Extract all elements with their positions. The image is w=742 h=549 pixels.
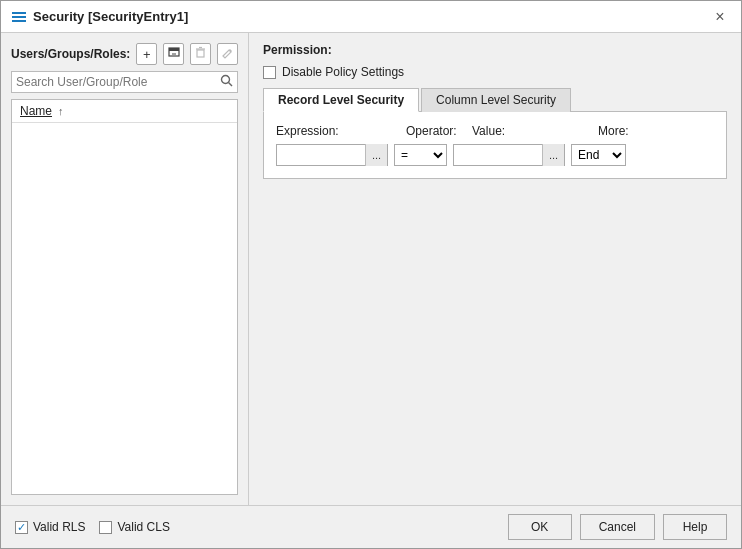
disable-policy-row: Disable Policy Settings [263,65,727,79]
window-icon [11,9,27,25]
users-groups-roles-label: Users/Groups/Roles: [11,47,130,61]
toolbar-row: Users/Groups/Roles: + [11,43,238,65]
svg-rect-6 [197,50,204,57]
svg-line-10 [229,83,233,87]
check-icon: ✓ [17,521,26,534]
more-container: End AND OR [571,144,626,166]
expression-field: ... [276,144,388,166]
svg-point-9 [222,76,230,84]
window-title: Security [SecurityEntry1] [33,9,188,24]
add-button[interactable]: + [136,43,157,65]
svg-rect-2 [12,20,26,22]
delete-icon [194,46,207,62]
bottom-bar: ✓ Valid RLS Valid CLS OK Cancel Help [1,505,741,548]
action-buttons: OK Cancel Help [508,514,727,540]
help-button[interactable]: Help [663,514,727,540]
right-panel: Permission: Disable Policy Settings Reco… [249,33,741,505]
value-field: ... [453,144,565,166]
export-button[interactable] [163,43,184,65]
tabs-container: Record Level Security Column Level Secur… [263,87,727,179]
disable-policy-label: Disable Policy Settings [282,65,404,79]
close-button[interactable]: × [709,6,731,28]
left-panel: Users/Groups/Roles: + [1,33,249,505]
valid-rls-label: Valid RLS [33,520,85,534]
permission-row: Permission: [263,43,727,57]
svg-rect-0 [12,12,26,14]
value-input[interactable] [454,148,542,162]
content-area: Users/Groups/Roles: + [1,33,741,505]
operator-container: = <> < > <= >= LIKE [394,144,447,166]
edit-icon [221,46,234,62]
tabs-row: Record Level Security Column Level Secur… [263,87,727,112]
expression-ellipsis-button[interactable]: ... [365,144,387,166]
list-header: Name ↑ [12,100,237,123]
search-icon [220,74,233,90]
edit-button[interactable] [217,43,238,65]
valid-rls-group: ✓ Valid RLS [15,520,85,534]
cancel-button[interactable]: Cancel [580,514,655,540]
export-icon [167,46,181,63]
tab-content-rls: Expression: Operator: Value: More: [263,112,727,179]
more-select[interactable]: End AND OR [571,144,626,166]
operator-select[interactable]: = <> < > <= >= LIKE [394,144,447,166]
delete-button[interactable] [190,43,211,65]
title-bar-left: Security [SecurityEntry1] [11,9,188,25]
expression-input[interactable] [277,148,365,162]
security-window: Security [SecurityEntry1] × Users/Groups… [0,0,742,549]
svg-rect-4 [169,48,179,51]
permission-label: Permission: [263,43,332,57]
value-header: Value: [472,124,592,138]
user-list: Name ↑ [11,99,238,495]
valid-cls-group: Valid CLS [99,520,169,534]
valid-cls-label: Valid CLS [117,520,169,534]
name-column-header: Name [20,104,52,118]
title-bar: Security [SecurityEntry1] × [1,1,741,33]
more-header: More: [598,124,678,138]
expression-header: Expression: [276,124,396,138]
disable-policy-checkbox[interactable] [263,66,276,79]
tab-column-level-security[interactable]: Column Level Security [421,88,571,112]
search-input[interactable] [16,75,218,89]
svg-rect-1 [12,16,26,18]
operator-header: Operator: [406,124,466,138]
value-ellipsis-button[interactable]: ... [542,144,564,166]
tab-record-level-security[interactable]: Record Level Security [263,88,419,112]
sort-icon[interactable]: ↑ [58,105,64,117]
valid-rls-checkbox[interactable]: ✓ [15,521,28,534]
ok-button[interactable]: OK [508,514,572,540]
column-headers: Expression: Operator: Value: More: [276,124,714,138]
checkboxes-row: ✓ Valid RLS Valid CLS [15,520,170,534]
add-icon: + [143,47,151,62]
expression-row: ... = <> < > <= >= LIKE [276,144,714,166]
search-box [11,71,238,93]
valid-cls-checkbox[interactable] [99,521,112,534]
